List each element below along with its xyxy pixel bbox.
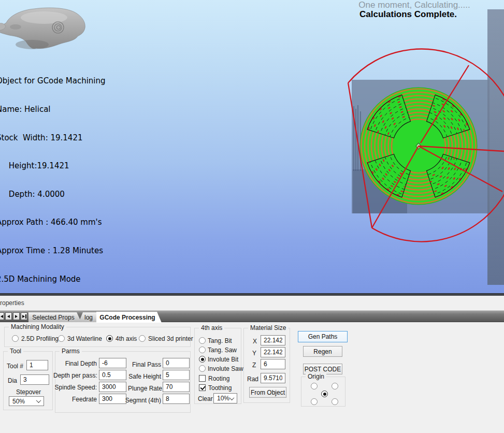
segment-4th-label: Segmnt (4th) <box>125 397 161 404</box>
radio-tang-bit[interactable] <box>199 337 206 344</box>
material-y-input[interactable] <box>261 347 285 357</box>
radio-involute-saw-label: Involute Saw <box>208 365 243 372</box>
stepover-dropdown[interactable]: 50% <box>9 396 44 406</box>
final-depth-label: Final Depth <box>56 360 97 367</box>
material-rad-label: Rad <box>247 376 258 383</box>
radio-involute-bit[interactable] <box>199 356 206 363</box>
machining-info-block: Object for GCode Machining Name: Helical… <box>0 57 106 294</box>
origin-bottom-right-radio[interactable] <box>332 398 338 405</box>
origin-group: Origin <box>301 377 345 407</box>
radio-involute-saw[interactable] <box>199 365 206 372</box>
machining-modality-group: Machining Modality 2.5D Profiling 3d Wat… <box>4 327 191 347</box>
gen-paths-button[interactable]: Gen Paths <box>298 331 348 342</box>
tab-nav-last-button[interactable] <box>21 312 27 320</box>
origin-top-right-radio[interactable] <box>332 383 338 389</box>
fourth-axis-group: 4th axis Tang. Bit Tang. Saw Involute Bi… <box>194 328 241 404</box>
parms-group: Parms Final Depth Depth per pass: Spindl… <box>55 351 191 413</box>
origin-top-left-radio[interactable] <box>311 383 318 389</box>
parms-group-label: Parms <box>60 348 82 355</box>
feedrate-input[interactable] <box>99 394 126 404</box>
safe-height-input[interactable] <box>163 370 190 380</box>
plunge-rate-input[interactable] <box>163 382 190 392</box>
final-pass-label: Final Pass <box>128 361 161 368</box>
tab-nav-next-button[interactable] <box>13 312 20 320</box>
rooting-checkbox[interactable] <box>199 375 206 382</box>
info-line: Object for GCode Machining <box>0 76 106 85</box>
material-rad-input[interactable] <box>261 373 285 383</box>
properties-panel: Properties Selected Props log <box>0 296 504 433</box>
depth-per-pass-label: Depth per pass: <box>53 372 97 379</box>
clear-label: Clear <box>198 395 213 402</box>
gcode-processing-pane: Machining Modality 2.5D Profiling 3d Wat… <box>0 322 504 433</box>
material-size-group-label: Material Size <box>248 324 288 331</box>
material-z-input[interactable] <box>261 359 285 369</box>
status-calculating: One moment, Calculating..... <box>342 0 487 10</box>
tool-number-label: Tool # <box>7 363 23 370</box>
origin-bottom-left-radio[interactable] <box>311 398 318 405</box>
final-pass-input[interactable] <box>163 358 190 368</box>
rooting-checkbox-label: Rooting <box>208 375 229 382</box>
tab-strip: Selected Props log GCode Processing <box>0 310 504 322</box>
next-tab-icon <box>15 315 18 318</box>
stepover-label: Stepover <box>16 388 41 396</box>
tab-nav-first-button[interactable] <box>0 312 4 320</box>
tool-group-label: Tool <box>8 348 23 355</box>
chevron-down-icon <box>36 398 41 403</box>
material-y-label: Y <box>252 350 256 357</box>
spindle-speed-label: Spindle Speed: <box>53 384 97 391</box>
clear-dropdown[interactable]: 10% <box>213 393 237 403</box>
last-tab-icon <box>22 315 25 318</box>
plunge-rate-label: Plunge Rate <box>128 385 161 392</box>
viewport-3d[interactable]: One moment, Calculating..... Calculation… <box>0 0 504 294</box>
depth-per-pass-input[interactable] <box>99 370 126 380</box>
radio-involute-bit-label: Involute Bit <box>208 356 238 363</box>
info-line: Approx Time : 1.28 Minutes <box>0 246 106 255</box>
origin-group-label: Origin <box>306 373 326 380</box>
head-model-3d <box>0 8 85 49</box>
info-line: 2.5D Machining Mode <box>0 275 106 284</box>
radio-25d-profiling-label: 2.5D Profiling <box>21 335 59 342</box>
material-size-group: Material Size X Y Z Rad From Object <box>243 328 290 403</box>
info-line: Height:19.1421 <box>0 161 106 170</box>
tool-number-input[interactable] <box>26 360 48 370</box>
tab-selected-props[interactable]: Selected Props <box>28 312 81 322</box>
info-line: Stock Width: 19.1421 <box>0 133 106 142</box>
previous-tab-icon <box>7 315 10 318</box>
radio-25d-profiling[interactable] <box>12 335 19 342</box>
safe-height-label: Safe Height <box>128 373 161 380</box>
properties-panel-title: Properties <box>0 299 24 307</box>
tool-dia-label: Dia <box>8 377 17 384</box>
status-complete: Calculations Complete. <box>336 9 481 20</box>
fourth-axis-group-label: 4th axis <box>199 324 224 331</box>
tool-group: Tool Tool # Dia Stepover 50% <box>3 351 53 410</box>
radio-sliced-3d-printer[interactable] <box>139 335 146 342</box>
info-line: Depth: 4.0000 <box>0 190 106 199</box>
chevron-down-icon <box>229 395 235 400</box>
spindle-speed-input[interactable] <box>99 382 126 392</box>
radio-4th-axis-label: 4th axis <box>116 335 137 342</box>
final-depth-input[interactable] <box>99 358 126 368</box>
regen-button[interactable]: Regen <box>303 346 342 357</box>
from-object-button[interactable]: From Object <box>249 387 286 398</box>
origin-center-radio[interactable] <box>321 391 328 397</box>
toothing-checkbox[interactable] <box>199 384 206 391</box>
radio-3d-waterline[interactable] <box>58 335 65 342</box>
app-window: One moment, Calculating..... Calculation… <box>0 0 504 433</box>
feedrate-label: Feedrate <box>56 396 97 403</box>
radio-tang-saw[interactable] <box>199 347 206 353</box>
machining-modality-label: Machining Modality <box>9 323 66 330</box>
material-x-input[interactable] <box>261 335 285 345</box>
material-z-label: Z <box>252 362 256 369</box>
tab-nav-previous-button[interactable] <box>5 312 12 320</box>
segment-4th-input[interactable] <box>163 394 190 404</box>
tab-gcode-processing[interactable]: GCode Processing <box>96 312 162 323</box>
info-line: Approx Path : 466.40 mm's <box>0 218 106 227</box>
stock-side-bar <box>487 9 504 285</box>
radio-4th-axis[interactable] <box>106 335 113 342</box>
toothing-checkbox-label: Toothing <box>208 384 232 392</box>
radio-sliced-3d-printer-label: Sliced 3d printer <box>148 335 193 342</box>
radio-tang-saw-label: Tang. Saw <box>208 347 237 354</box>
tool-dia-input[interactable] <box>20 374 49 385</box>
material-x-label: X <box>253 338 257 345</box>
radio-tang-bit-label: Tang. Bit <box>208 337 232 344</box>
